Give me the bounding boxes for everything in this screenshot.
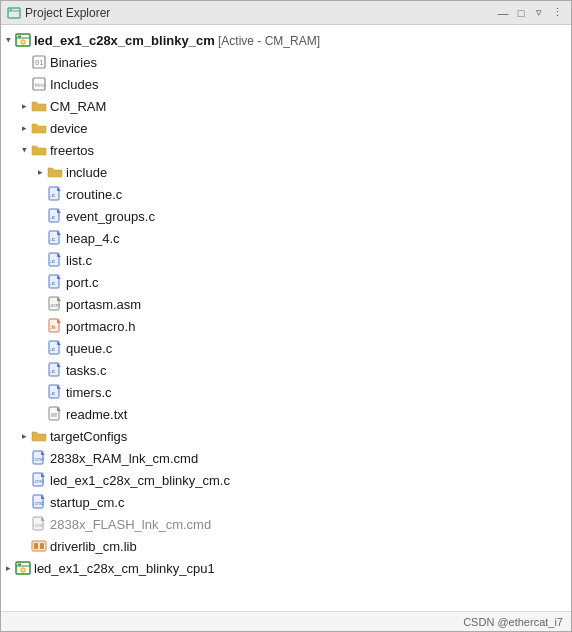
- item-label: targetConfigs: [50, 429, 127, 444]
- item-icon-folder: [31, 428, 47, 444]
- svg-text:.c: .c: [50, 192, 56, 198]
- item-label: freertos: [50, 143, 94, 158]
- title-label: Project Explorer: [25, 6, 110, 20]
- svg-text:.cmd: .cmd: [33, 456, 44, 462]
- item-icon-folder: [47, 164, 63, 180]
- svg-rect-2: [10, 9, 12, 11]
- item-icon-file-c: .c: [47, 230, 63, 246]
- item-label: CM_RAM: [50, 99, 106, 114]
- tree-item[interactable]: .cmd2838x_FLASH_lnk_cm.cmd: [1, 513, 571, 535]
- item-icon-file-c: .c: [47, 340, 63, 356]
- project-explorer-icon: [7, 6, 21, 20]
- item-label: portasm.asm: [66, 297, 141, 312]
- maximize-button[interactable]: □: [513, 5, 529, 21]
- tree-item[interactable]: .cqueue.c: [1, 337, 571, 359]
- filter-button[interactable]: ▿: [531, 5, 547, 21]
- item-label: queue.c: [66, 341, 112, 356]
- tree-item[interactable]: driverlib_cm.lib: [1, 535, 571, 557]
- item-icon-file-c: .c: [47, 186, 63, 202]
- tree-item[interactable]: readme.txt: [1, 403, 571, 425]
- item-icon-file-cmd-gray: .cmd: [31, 516, 47, 532]
- tree-item[interactable]: .cmd2838x_RAM_lnk_cm.cmd: [1, 447, 571, 469]
- bottom-bar: CSDN @ethercat_i7: [1, 611, 571, 631]
- tree-arrow[interactable]: [17, 99, 31, 113]
- tree-arrow[interactable]: [1, 561, 15, 575]
- svg-rect-5: [18, 36, 21, 38]
- tree-item[interactable]: .cmdled_ex1_c28x_cm_blinky_cm.c: [1, 469, 571, 491]
- tree-item[interactable]: led_ex1_c28x_cm_blinky_cpu1: [1, 557, 571, 579]
- svg-text:01: 01: [35, 59, 43, 67]
- tree-container[interactable]: led_ex1_c28x_cm_blinky_cm [Active - CM_R…: [1, 25, 571, 611]
- item-icon-project: [15, 32, 31, 48]
- item-icon-file-cmd: .cmd: [31, 450, 47, 466]
- item-label: Binaries: [50, 55, 97, 70]
- svg-text:.c: .c: [50, 368, 56, 374]
- menu-button[interactable]: ⋮: [549, 5, 565, 21]
- item-icon-file-asm: .asm: [47, 296, 63, 312]
- item-icon-file-c: .c: [47, 274, 63, 290]
- item-icon-folder: [31, 142, 47, 158]
- tree-item[interactable]: device: [1, 117, 571, 139]
- svg-text:.c: .c: [50, 390, 56, 396]
- item-label: led_ex1_c28x_cm_blinky_cm.c: [50, 473, 230, 488]
- tree-item[interactable]: .cheap_4.c: [1, 227, 571, 249]
- item-label: port.c: [66, 275, 99, 290]
- credit-text: CSDN @ethercat_i7: [463, 616, 563, 628]
- item-icon-project: [15, 560, 31, 576]
- svg-point-50: [22, 569, 24, 571]
- item-label: heap_4.c: [66, 231, 120, 246]
- tree-item[interactable]: .asmportasm.asm: [1, 293, 571, 315]
- item-icon-binaries: 01: [31, 54, 47, 70]
- tree-arrow[interactable]: [33, 165, 47, 179]
- tree-arrow[interactable]: [17, 143, 31, 157]
- tree-item[interactable]: freertos: [1, 139, 571, 161]
- title-bar: Project Explorer — □ ▿ ⋮: [1, 1, 571, 25]
- item-icon-lib: [31, 538, 47, 554]
- tree-item[interactable]: .cevent_groups.c: [1, 205, 571, 227]
- title-bar-actions: — □ ▿ ⋮: [495, 5, 565, 21]
- tree-item[interactable]: include: [1, 161, 571, 183]
- tree-item[interactable]: .cmdstartup_cm.c: [1, 491, 571, 513]
- item-icon-file-h: .h: [47, 318, 63, 334]
- project-explorer-window: Project Explorer — □ ▿ ⋮ led_ex1_c28x_cm…: [0, 0, 572, 632]
- item-icon-file-c: .c: [47, 362, 63, 378]
- svg-rect-48: [18, 564, 21, 566]
- svg-text:.c: .c: [50, 280, 56, 286]
- minimize-button[interactable]: —: [495, 5, 511, 21]
- tree-item[interactable]: .hportmacro.h: [1, 315, 571, 337]
- tree-item[interactable]: .ctasks.c: [1, 359, 571, 381]
- svg-rect-45: [40, 543, 44, 549]
- item-label: 2838x_FLASH_lnk_cm.cmd: [50, 517, 211, 532]
- item-label: tasks.c: [66, 363, 106, 378]
- item-icon-file-cmd: .cmd: [31, 472, 47, 488]
- item-label: list.c: [66, 253, 92, 268]
- item-icon-file-cmd: .cmd: [31, 494, 47, 510]
- tree-item[interactable]: .cport.c: [1, 271, 571, 293]
- tree-item[interactable]: targetConfigs: [1, 425, 571, 447]
- svg-text:.c: .c: [50, 346, 56, 352]
- svg-text:.c: .c: [50, 214, 56, 220]
- tree-arrow[interactable]: [17, 121, 31, 135]
- item-label: timers.c: [66, 385, 112, 400]
- tree-arrow[interactable]: [17, 429, 31, 443]
- tree-arrow[interactable]: [1, 33, 15, 47]
- item-label: led_ex1_c28x_cm_blinky_cpu1: [34, 561, 215, 576]
- tree-item[interactable]: led_ex1_c28x_cm_blinky_cm [Active - CM_R…: [1, 29, 571, 51]
- tree-item[interactable]: .ccroutine.c: [1, 183, 571, 205]
- tree-item[interactable]: 01Binaries: [1, 51, 571, 73]
- tree-item[interactable]: .clist.c: [1, 249, 571, 271]
- item-label: startup_cm.c: [50, 495, 124, 510]
- tree-item[interactable]: .ctimers.c: [1, 381, 571, 403]
- item-label: portmacro.h: [66, 319, 135, 334]
- item-label: Includes: [50, 77, 98, 92]
- svg-text:.asm: .asm: [49, 302, 60, 308]
- svg-text:.h: .h: [50, 324, 56, 330]
- tree-item[interactable]: CM_RAM: [1, 95, 571, 117]
- item-label: readme.txt: [66, 407, 127, 422]
- item-label: device: [50, 121, 88, 136]
- svg-text:#inc: #inc: [35, 82, 46, 88]
- svg-point-7: [22, 41, 24, 43]
- item-icon-file-c: .c: [47, 252, 63, 268]
- tree-item[interactable]: #incIncludes: [1, 73, 571, 95]
- item-icon-file-c: .c: [47, 384, 63, 400]
